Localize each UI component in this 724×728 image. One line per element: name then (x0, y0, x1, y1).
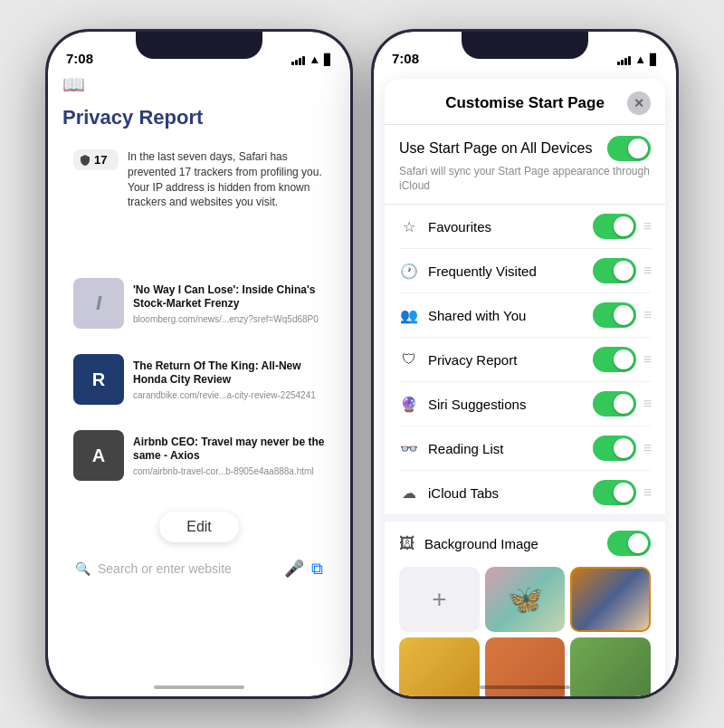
favourites-toggle[interactable] (593, 214, 636, 239)
wifi-icon: ▲ (309, 53, 320, 66)
status-icons-left: ▲ ▊ (291, 53, 332, 66)
right-phone: 7:08 ▲ ▊ Customise Start Page ✕ (371, 29, 679, 699)
green-image-cell[interactable] (570, 637, 651, 696)
people-icon: 👥 (399, 307, 419, 324)
left-screen: 7:08 ▲ ▊ 📖 Privacy Report (48, 32, 350, 696)
search-icon: 🔍 (75, 561, 90, 576)
search-placeholder: Search or enter website (98, 561, 277, 576)
signal-right-icon (617, 54, 631, 65)
notch-right (462, 32, 588, 59)
privacy-controls: ≡ (593, 347, 651, 372)
sync-label: Use Start Page on All Devices (399, 140, 592, 157)
privacy-toggle[interactable] (593, 347, 636, 372)
reading-card-3[interactable]: A Airbnb CEO: Travel may never be the sa… (62, 421, 336, 490)
face-image-cell[interactable] (570, 567, 651, 632)
close-button[interactable]: ✕ (627, 91, 651, 115)
status-icons-right: ▲ ▊ (617, 53, 658, 66)
reading-info-3: Airbnb CEO: Travel may never be the same… (133, 436, 325, 476)
frequently-toggle[interactable] (593, 258, 636, 283)
reading-thumb-2: R (73, 354, 124, 405)
drag-handle-icloud: ≡ (643, 484, 651, 501)
icloud-controls: ≡ (593, 480, 651, 505)
shared-toggle[interactable] (593, 302, 636, 328)
siri-toggle[interactable] (593, 391, 636, 417)
privacy-label: Privacy Report (428, 352, 584, 368)
reading-card-2[interactable]: R The Return Of The King: All-New Honda … (62, 345, 336, 414)
siri-controls: ≡ (593, 391, 651, 417)
reading-thumb-3: A (73, 430, 124, 481)
customize-header: Customise Start Page ✕ (385, 79, 665, 125)
privacy-card: 17 In the last seven days, Safari has pr… (62, 139, 336, 221)
drag-handle-favourites: ≡ (643, 218, 651, 235)
settings-item-shared: 👥 Shared with You ≡ (399, 293, 651, 338)
favourites-controls: ≡ (593, 214, 651, 239)
sync-toggle-row: Use Start Page on All Devices (399, 136, 651, 161)
yellow-image-cell[interactable] (399, 637, 480, 696)
drag-handle-frequently: ≡ (643, 263, 651, 279)
image-grid: + (399, 567, 651, 696)
shared-label: Shared with You (428, 308, 584, 323)
show-all-button[interactable]: Show All › (281, 243, 336, 257)
status-time-left: 7:08 (66, 51, 93, 66)
reading-controls: ≡ (593, 436, 651, 461)
left-phone: 7:08 ▲ ▊ 📖 Privacy Report (45, 29, 353, 699)
privacy-report-title: Privacy Report (62, 106, 336, 129)
reading-list-header: Reading List Show All › (62, 239, 336, 260)
background-image-section: 🖼 Background Image + (385, 514, 665, 696)
favourites-label: Favourites (428, 219, 584, 235)
battery-right-icon: ▊ (650, 53, 658, 66)
siri-icon: 🔮 (399, 396, 419, 413)
reading-list-title: Reading List (62, 239, 171, 260)
settings-item-privacy: 🛡 Privacy Report ≡ (399, 338, 651, 382)
reading-url-2: carandbike.com/revie...a-city-review-225… (133, 390, 325, 400)
reading-url-3: com/airbnb-travel-cor...b-8905e4aa888a.h… (133, 466, 325, 476)
reading-title-1: 'No Way I Can Lose': Inside China's Stoc… (133, 283, 325, 311)
reading-title-3: Airbnb CEO: Travel may never be the same… (133, 436, 325, 464)
privacy-description: In the last seven days, Safari has preve… (128, 149, 325, 210)
book-icon-container: 📖 (48, 72, 350, 99)
shield-small-icon (79, 154, 91, 167)
notch (136, 32, 262, 59)
sync-description: Safari will sync your Start Page appeara… (399, 165, 651, 193)
reading-card-1[interactable]: I 'No Way I Can Lose': Inside China's St… (62, 269, 336, 338)
tab-icon[interactable]: ⧉ (311, 560, 323, 579)
edit-btn-container: Edit (48, 512, 350, 542)
sync-toggle[interactable] (607, 136, 651, 161)
privacy-report-section: Privacy Report 17 In the last seven days… (48, 99, 350, 232)
edit-button[interactable]: Edit (159, 512, 239, 542)
book-icon: 📖 (62, 74, 85, 94)
settings-item-frequently: 🕐 Frequently Visited ≡ (399, 249, 651, 293)
settings-list: ☆ Favourites ≡ 🕐 Frequently Visited ≡ (385, 205, 665, 514)
add-image-cell[interactable]: + (399, 567, 480, 632)
reading-icon: 👓 (399, 440, 419, 457)
background-image-toggle[interactable] (607, 531, 651, 556)
add-icon: + (432, 585, 446, 614)
reading-info-2: The Return Of The King: All-New Honda Ci… (133, 359, 325, 400)
sync-row: Use Start Page on All Devices Safari wil… (385, 125, 665, 205)
reading-thumb-1: I (73, 278, 124, 329)
butterfly-image-cell[interactable] (485, 567, 566, 632)
reading-toggle[interactable] (593, 436, 636, 461)
drag-handle-reading: ≡ (643, 440, 651, 456)
drag-handle-shared: ≡ (643, 307, 651, 323)
customize-title: Customise Start Page (423, 94, 627, 112)
home-indicator-right (480, 685, 570, 689)
bg-image-row: 🖼 Background Image (399, 531, 651, 556)
customize-panel: Customise Start Page ✕ Use Start Page on… (385, 79, 665, 696)
clock-icon: 🕐 (399, 263, 419, 280)
mic-icon[interactable]: 🎤 (284, 559, 304, 579)
settings-item-favourites: ☆ Favourites ≡ (399, 205, 651, 249)
reading-title-2: The Return Of The King: All-New Honda Ci… (133, 359, 325, 388)
battery-icon: ▊ (324, 53, 332, 66)
bg-image-left: 🖼 Background Image (399, 534, 538, 553)
reading-url-1: bloomberg.com/news/...enzy?sref=Wq5d68P0 (133, 314, 325, 324)
icloud-toggle[interactable] (593, 480, 636, 505)
settings-item-siri: 🔮 Siri Suggestions ≡ (399, 382, 651, 426)
reading-list-section: Reading List Show All › I 'No Way I Can … (48, 232, 350, 504)
wifi-right-icon: ▲ (634, 53, 646, 66)
icloud-label: iCloud Tabs (428, 485, 584, 501)
search-bar[interactable]: 🔍 Search or enter website 🎤 ⧉ (62, 550, 336, 588)
background-image-label: Background Image (424, 536, 538, 551)
reading-list-label: Reading List (428, 441, 584, 456)
shared-controls: ≡ (593, 302, 651, 328)
